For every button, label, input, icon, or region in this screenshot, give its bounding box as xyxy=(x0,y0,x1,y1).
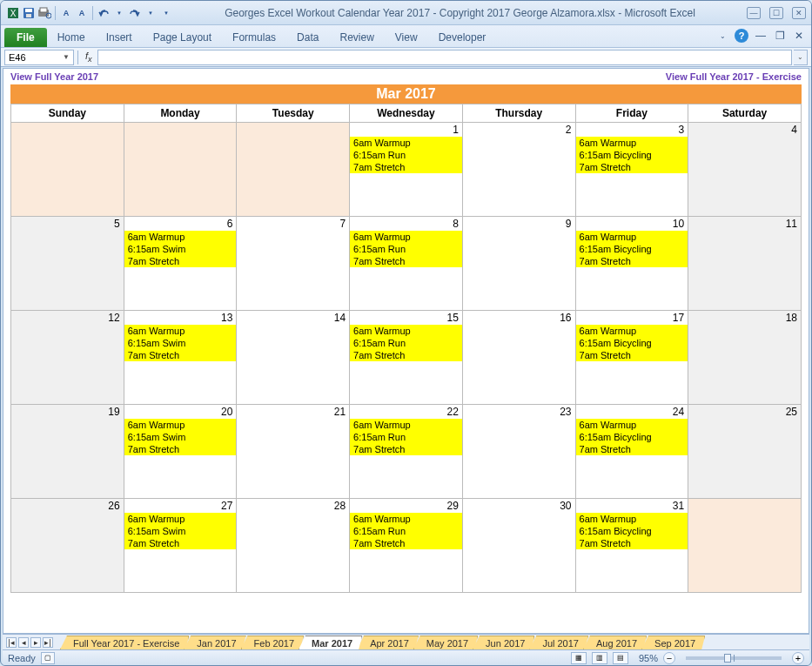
calendar-cell[interactable]: 176am Warmup6:15am Bicycling7am Stretch xyxy=(575,311,688,405)
link-full-year[interactable]: View Full Year 2017 xyxy=(10,71,98,82)
ribbon-tab-formulas[interactable]: Formulas xyxy=(222,28,286,47)
sheet-tab[interactable]: Apr 2017 xyxy=(357,636,419,649)
calendar-cell[interactable] xyxy=(11,123,124,217)
calendar-cell[interactable]: 28 xyxy=(237,499,350,593)
calendar-cell[interactable]: 156am Warmup6:15am Run7am Stretch xyxy=(350,311,463,405)
calendar-cell[interactable]: 16 xyxy=(462,311,575,405)
sheet-tab[interactable]: Jan 2017 xyxy=(184,636,245,649)
view-normal-icon[interactable]: ▦ xyxy=(571,652,587,664)
calendar-event[interactable]: 6am Warmup xyxy=(350,325,462,337)
calendar-event[interactable]: 6am Warmup xyxy=(576,137,688,149)
calendar-event[interactable]: 6:15am Run xyxy=(350,149,462,161)
zoom-slider[interactable] xyxy=(686,656,782,660)
calendar-cell[interactable]: 246am Warmup6:15am Bicycling7am Stretch xyxy=(575,405,688,499)
sheet-tab[interactable]: Mar 2017 xyxy=(299,636,362,649)
sheet-tab[interactable]: Jul 2017 xyxy=(529,636,588,649)
calendar-cell[interactable]: 106am Warmup6:15am Bicycling7am Stretch xyxy=(575,217,688,311)
link-full-year-exercise[interactable]: View Full Year 2017 - Exercise xyxy=(666,71,802,82)
calendar-cell[interactable]: 296am Warmup6:15am Run7am Stretch xyxy=(350,499,463,593)
redo-icon[interactable] xyxy=(128,6,142,20)
calendar-event[interactable]: 6:15am Run xyxy=(350,243,462,255)
name-box-dropdown-icon[interactable]: ▼ xyxy=(63,53,70,61)
calendar-event[interactable]: 7am Stretch xyxy=(350,161,462,173)
calendar-cell[interactable]: 136am Warmup6:15am Swim7am Stretch xyxy=(124,311,237,405)
sheet-tab[interactable]: Feb 2017 xyxy=(241,636,304,649)
formula-expand-icon[interactable]: ⌄ xyxy=(794,50,808,65)
calendar-cell[interactable]: 11 xyxy=(688,217,802,311)
sheet-tab[interactable]: May 2017 xyxy=(413,636,478,649)
calendar-event[interactable]: 7am Stretch xyxy=(350,537,462,549)
workbook-restore-icon[interactable]: ❐ xyxy=(773,29,787,43)
calendar-cell[interactable]: 9 xyxy=(462,217,575,311)
calendar-event[interactable]: 6am Warmup xyxy=(124,231,237,243)
sort-az-icon[interactable]: A xyxy=(59,6,73,20)
name-box[interactable]: E46 ▼ xyxy=(4,50,74,65)
calendar-event[interactable]: 7am Stretch xyxy=(576,161,688,173)
calendar-event[interactable]: 6:15am Run xyxy=(350,525,462,537)
tab-nav-first-icon[interactable]: |◂ xyxy=(6,637,17,648)
zoom-level[interactable]: 95% xyxy=(639,653,658,663)
save-icon[interactable] xyxy=(22,6,36,20)
calendar-event[interactable]: 7am Stretch xyxy=(350,443,462,455)
calendar-event[interactable]: 6am Warmup xyxy=(350,513,462,525)
calendar-event[interactable]: 6am Warmup xyxy=(124,513,237,525)
calendar-cell[interactable] xyxy=(237,123,350,217)
calendar-event[interactable]: 6:15am Run xyxy=(350,431,462,443)
calendar-cell[interactable]: 14 xyxy=(237,311,350,405)
close-button[interactable]: ✕ xyxy=(792,7,806,19)
calendar-event[interactable]: 6am Warmup xyxy=(124,419,237,431)
undo-icon[interactable] xyxy=(97,6,111,20)
calendar-cell[interactable]: 316am Warmup6:15am Bicycling7am Stretch xyxy=(575,499,688,593)
ribbon-tab-data[interactable]: Data xyxy=(286,28,329,47)
maximize-button[interactable]: ☐ xyxy=(769,7,783,19)
calendar-event[interactable]: 6am Warmup xyxy=(350,231,462,243)
sort-za-icon[interactable]: A xyxy=(75,6,89,20)
calendar-event[interactable]: 6:15am Swim xyxy=(124,337,237,349)
calendar-cell[interactable]: 25 xyxy=(688,405,802,499)
calendar-event[interactable]: 6:15am Bicycling xyxy=(576,243,688,255)
ribbon-tab-developer[interactable]: Developer xyxy=(428,28,497,47)
calendar-event[interactable]: 7am Stretch xyxy=(576,255,688,267)
sheet-tab[interactable]: Aug 2017 xyxy=(583,636,647,649)
calendar-event[interactable]: 6:15am Bicycling xyxy=(576,525,688,537)
calendar-event[interactable]: 7am Stretch xyxy=(124,537,237,549)
redo-dropdown-icon[interactable]: ▼ xyxy=(144,6,158,20)
workbook-close-icon[interactable]: ✕ xyxy=(792,29,806,43)
calendar-event[interactable]: 7am Stretch xyxy=(124,349,237,361)
calendar-cell[interactable]: 30 xyxy=(462,499,575,593)
calendar-cell[interactable]: 16am Warmup6:15am Run7am Stretch xyxy=(350,123,463,217)
calendar-event[interactable]: 6am Warmup xyxy=(350,419,462,431)
calendar-event[interactable]: 6:15am Swim xyxy=(124,243,237,255)
calendar-event[interactable]: 6:15am Bicycling xyxy=(576,337,688,349)
undo-dropdown-icon[interactable]: ▼ xyxy=(112,6,126,20)
calendar-event[interactable]: 6am Warmup xyxy=(124,325,237,337)
sheet-tab[interactable]: Jun 2017 xyxy=(473,636,534,649)
calendar-cell[interactable]: 2 xyxy=(462,123,575,217)
zoom-in-button[interactable]: + xyxy=(792,652,804,664)
calendar-event[interactable]: 7am Stretch xyxy=(576,443,688,455)
calendar-cell[interactable]: 226am Warmup6:15am Run7am Stretch xyxy=(350,405,463,499)
calendar-cell[interactable]: 23 xyxy=(462,405,575,499)
calendar-event[interactable]: 7am Stretch xyxy=(124,255,237,267)
tab-nav-last-icon[interactable]: ▸| xyxy=(43,637,53,648)
formula-input[interactable] xyxy=(97,50,792,65)
calendar-event[interactable]: 7am Stretch xyxy=(350,349,462,361)
calendar-cell[interactable]: 26 xyxy=(11,499,124,593)
calendar-event[interactable]: 6:15am Bicycling xyxy=(576,431,688,443)
sheet-tab[interactable]: Full Year 2017 - Exercise xyxy=(60,636,189,649)
calendar-event[interactable]: 6am Warmup xyxy=(576,325,688,337)
calendar-cell[interactable]: 86am Warmup6:15am Run7am Stretch xyxy=(350,217,463,311)
calendar-event[interactable]: 6am Warmup xyxy=(350,137,462,149)
calendar-cell[interactable]: 66am Warmup6:15am Swim7am Stretch xyxy=(124,217,237,311)
ribbon-minimize-icon[interactable]: ⌄ xyxy=(715,29,729,43)
calendar-cell[interactable]: 206am Warmup6:15am Swim7am Stretch xyxy=(124,405,237,499)
calendar-cell[interactable]: 18 xyxy=(688,311,802,405)
calendar-cell[interactable] xyxy=(124,123,237,217)
workbook-minimize-icon[interactable]: — xyxy=(754,29,768,43)
zoom-out-button[interactable]: − xyxy=(663,652,675,664)
calendar-cell[interactable]: 12 xyxy=(11,311,124,405)
calendar-event[interactable]: 6am Warmup xyxy=(576,231,688,243)
calendar-event[interactable]: 7am Stretch xyxy=(576,537,688,549)
calendar-event[interactable]: 6am Warmup xyxy=(576,419,688,431)
file-tab[interactable]: File xyxy=(4,28,47,47)
